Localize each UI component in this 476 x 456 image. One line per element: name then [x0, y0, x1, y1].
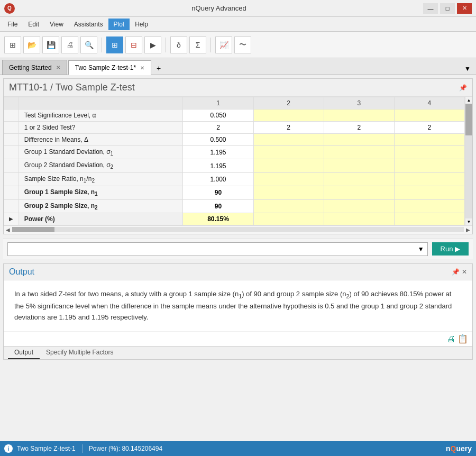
- table-row: Group 2 Sample Size, n2 90: [4, 199, 465, 213]
- output-print-button[interactable]: 🖨: [447, 334, 455, 344]
- panel-title: MTT10-1 / Two Sample Z-test: [9, 82, 135, 93]
- menu-file[interactable]: File: [2, 19, 23, 30]
- vscroll-track[interactable]: [465, 104, 472, 218]
- row-label-ratio[interactable]: Sample Size Ratio, n1/n2: [19, 172, 183, 186]
- vscroll-down-button[interactable]: ▼: [465, 218, 472, 225]
- run-button-label: Run ▶: [441, 245, 460, 253]
- row-label-grp1-sd[interactable]: Group 1 Standard Deviation, σ1: [19, 146, 183, 159]
- tab-add-button[interactable]: +: [152, 62, 165, 75]
- cell-3-4[interactable]: [394, 134, 464, 146]
- cell-4-1[interactable]: 1.195: [183, 146, 253, 159]
- grid-col-4-header[interactable]: 4: [394, 97, 464, 110]
- run-dropdown[interactable]: ▼: [7, 242, 428, 256]
- toolbar-add-table-btn[interactable]: ⊞: [106, 37, 123, 53]
- toolbar-grid-btn[interactable]: ⊞: [4, 37, 21, 53]
- row-label-power[interactable]: Power (%): [19, 213, 183, 225]
- grid-col-1-header[interactable]: 1: [183, 97, 253, 110]
- cell-8-1[interactable]: 90: [183, 199, 253, 213]
- toolbar-search-btn[interactable]: 🔍: [80, 37, 97, 53]
- tab-two-sample-ztest[interactable]: Two Sample Z-test-1* ✕: [68, 60, 151, 75]
- table-row: Test Significance Level, α 0.050: [4, 110, 465, 122]
- toolbar-save-btn[interactable]: 💾: [42, 37, 59, 53]
- cell-6-2[interactable]: [253, 172, 324, 186]
- maximize-button[interactable]: □: [440, 3, 455, 14]
- cell-9-4[interactable]: [394, 213, 464, 225]
- minimize-button[interactable]: —: [423, 3, 438, 14]
- cell-1-2[interactable]: [253, 110, 324, 122]
- row-label-grp2-sd[interactable]: Group 2 Standard Deviation, σ2: [19, 159, 183, 172]
- cell-4-2[interactable]: [253, 146, 324, 159]
- output-pin-button[interactable]: 📌: [452, 268, 460, 276]
- cell-7-2[interactable]: [253, 186, 324, 199]
- menu-help[interactable]: Help: [130, 19, 153, 30]
- cell-3-3[interactable]: [324, 134, 394, 146]
- cell-4-4[interactable]: [394, 146, 464, 159]
- cell-1-4[interactable]: [394, 110, 464, 122]
- cell-2-1[interactable]: 2: [183, 122, 253, 134]
- toolbar-sigma-btn[interactable]: Σ: [189, 37, 206, 53]
- grid-col-3-header[interactable]: 3: [324, 97, 394, 110]
- tab-two-sample-ztest-close[interactable]: ✕: [140, 65, 144, 71]
- menu-plot[interactable]: Plot: [108, 19, 130, 30]
- toolbar-move-btn[interactable]: ▶: [144, 37, 161, 53]
- menu-edit[interactable]: Edit: [23, 19, 44, 30]
- tab-arrow-button[interactable]: ▼: [461, 63, 474, 75]
- cell-3-2[interactable]: [253, 134, 324, 146]
- hscroll-track[interactable]: [12, 227, 464, 232]
- cell-8-2[interactable]: [253, 199, 324, 213]
- hscroll-left-button[interactable]: ◀: [6, 227, 10, 233]
- tab-getting-started-close[interactable]: ✕: [56, 65, 60, 70]
- hscroll-right-button[interactable]: ▶: [466, 227, 470, 233]
- window-controls[interactable]: — □ ✕: [423, 3, 472, 14]
- output-tab-output[interactable]: Output: [8, 346, 40, 359]
- cell-9-1[interactable]: 80.15%: [183, 213, 253, 225]
- toolbar-chart-btn[interactable]: 📈: [215, 37, 232, 53]
- status-info-icon: i: [4, 444, 13, 453]
- toolbar-curve-btn[interactable]: 〜: [234, 37, 251, 53]
- toolbar-delta-btn[interactable]: δ: [170, 37, 187, 53]
- close-button[interactable]: ✕: [457, 3, 472, 14]
- cell-3-1[interactable]: 0.500: [183, 134, 253, 146]
- cell-5-2[interactable]: [253, 159, 324, 172]
- vscroll-up-button[interactable]: ▲: [465, 97, 472, 104]
- cell-5-4[interactable]: [394, 159, 464, 172]
- grid-vertical-scrollbar[interactable]: ▲ ▼: [465, 97, 472, 225]
- cell-6-1[interactable]: 1.000: [183, 172, 253, 186]
- run-button[interactable]: Run ▶: [432, 242, 469, 256]
- cell-7-4[interactable]: [394, 186, 464, 199]
- output-tab-specify-factors[interactable]: Specify Multiple Factors: [40, 346, 120, 359]
- output-close-button[interactable]: ✕: [462, 268, 467, 276]
- row-arrow: [4, 146, 19, 159]
- toolbar-remove-btn[interactable]: ⊟: [125, 37, 142, 53]
- panel-pin-icon[interactable]: 📌: [459, 84, 467, 92]
- toolbar-print-btn[interactable]: 🖨: [61, 37, 78, 53]
- cell-7-1[interactable]: 90: [183, 186, 253, 199]
- row-label-diff-means[interactable]: Difference in Means, Δ: [19, 134, 183, 146]
- cell-8-4[interactable]: [394, 199, 464, 213]
- cell-9-2[interactable]: [253, 213, 324, 225]
- cell-9-3[interactable]: [324, 213, 394, 225]
- cell-6-4[interactable]: [394, 172, 464, 186]
- cell-2-4[interactable]: 2: [394, 122, 464, 134]
- toolbar-open-btn[interactable]: 📂: [23, 37, 40, 53]
- row-label-grp2-size[interactable]: Group 2 Sample Size, n2: [19, 199, 183, 213]
- cell-5-3[interactable]: [324, 159, 394, 172]
- cell-2-2[interactable]: 2: [253, 122, 324, 134]
- cell-1-3[interactable]: [324, 110, 394, 122]
- cell-8-3[interactable]: [324, 199, 394, 213]
- tab-getting-started-label: Getting Started: [9, 64, 52, 71]
- output-copy-button[interactable]: 📋: [457, 334, 468, 344]
- cell-2-3[interactable]: 2: [324, 122, 394, 134]
- cell-7-3[interactable]: [324, 186, 394, 199]
- menu-view[interactable]: View: [44, 19, 69, 30]
- menu-assistants[interactable]: Assistants: [69, 19, 108, 30]
- row-label-sided[interactable]: 1 or 2 Sided Test?: [19, 122, 183, 134]
- cell-1-1[interactable]: 0.050: [183, 110, 253, 122]
- row-label-grp1-size[interactable]: Group 1 Sample Size, n1: [19, 186, 183, 199]
- cell-6-3[interactable]: [324, 172, 394, 186]
- row-label-significance[interactable]: Test Significance Level, α: [19, 110, 183, 122]
- cell-4-3[interactable]: [324, 146, 394, 159]
- grid-col-2-header[interactable]: 2: [253, 97, 324, 110]
- tab-getting-started[interactable]: Getting Started ✕: [2, 60, 67, 75]
- cell-5-1[interactable]: 1.195: [183, 159, 253, 172]
